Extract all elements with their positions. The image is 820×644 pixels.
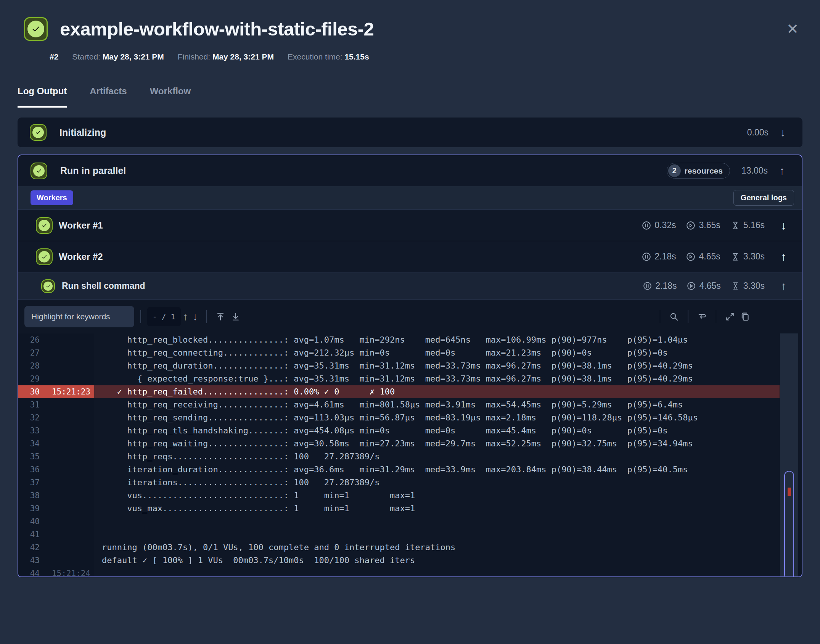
log-lines: 26 http_req_blocked...............: avg=… [18, 333, 802, 576]
run-number: #2 [50, 52, 58, 61]
line-number: 36 [24, 465, 40, 474]
scroll-to-bottom-button[interactable] [228, 309, 243, 324]
word-wrap-button[interactable] [695, 309, 710, 324]
tab-label: Workflow [150, 86, 191, 96]
log-gutter: 27 [18, 346, 94, 359]
log-line: 44 15:21:24 [18, 567, 780, 576]
log-text: http_req_waiting...............: avg=30.… [94, 437, 780, 450]
keyword-filter[interactable] [24, 306, 134, 327]
worker-row[interactable]: Worker #1 0.32s 3.65s [18, 210, 802, 241]
general-logs-button[interactable]: General logs [733, 190, 794, 206]
resources-badge[interactable]: 2 resources [667, 163, 730, 179]
copy-logs-button[interactable] [738, 309, 753, 324]
log-text: http_reqs......................: 100 27.… [94, 450, 780, 463]
log-line: 43 default ✓ [ 100% ] 1 VUs 00m03.7s/10m… [18, 554, 780, 567]
collapse-arrow-icon[interactable]: ↑ [781, 280, 786, 292]
log-gutter: 34 [18, 437, 94, 450]
expand-fullscreen-button[interactable] [722, 309, 738, 324]
collapse-arrow-icon[interactable]: ↑ [779, 165, 785, 177]
log-line: 41 [18, 528, 780, 541]
log-gutter: 43 [18, 554, 94, 567]
line-number: 31 [24, 400, 40, 409]
section-duration: 13.00s [741, 166, 768, 176]
keyword-filter-input[interactable] [31, 312, 135, 321]
line-number: 29 [24, 374, 40, 383]
log-gutter: 41 [18, 528, 94, 541]
expand-arrow-icon[interactable]: ↓ [781, 220, 786, 231]
log-scrollbar-track[interactable] [780, 333, 798, 576]
running-time: 4.65s [687, 281, 720, 291]
line-number: 35 [24, 452, 40, 461]
log-viewer: - / 1 ↑ ↓ [18, 300, 802, 576]
log-scrollbar-thumb[interactable] [784, 471, 794, 577]
log-text: vus............................: 1 min=1… [94, 489, 780, 502]
workers-bar: Workers General logs [18, 186, 802, 210]
running-time: 4.65s [686, 251, 720, 262]
section-run-in-parallel: Run in parallel 2 resources 13.00s ↑ Wor… [18, 155, 802, 577]
log-gutter: 36 [18, 463, 94, 476]
log-gutter: 33 [18, 424, 94, 437]
line-number: 37 [24, 478, 40, 487]
toolbar-divider [716, 310, 717, 323]
tab-bar: Log Output Artifacts Workflow [18, 86, 820, 108]
run-in-parallel-header: Run in parallel 2 resources 13.00s ↑ [18, 155, 802, 186]
worker-name: Worker #1 [59, 220, 103, 231]
log-line: 38 vus............................: 1 mi… [18, 489, 780, 502]
log-gutter: 44 15:21:24 [18, 567, 94, 576]
execution-time: Execution time: 15.15s [288, 52, 369, 61]
log-line: 37 iterations.....................: 100 … [18, 476, 780, 489]
next-match-button[interactable]: ↓ [190, 309, 200, 325]
header: example-workflow-with-static-files-2 ✕ [0, 0, 820, 41]
tab-label: Artifacts [90, 86, 127, 96]
line-number: 28 [24, 361, 40, 370]
step-label: Run shell command [62, 281, 145, 291]
step-run-shell-command[interactable]: Run shell command 2.18s 4.65s 3.30s ↑ [18, 272, 802, 300]
line-number: 43 [24, 556, 40, 565]
running-time: 3.65s [686, 220, 720, 230]
log-gutter: 31 [18, 398, 94, 411]
paused-time: 0.32s [642, 220, 676, 230]
tab[interactable]: Artifacts [90, 86, 127, 108]
log-gutter: 30 15:21:23 [18, 385, 94, 398]
log-gutter: 39 [18, 502, 94, 515]
toolbar-divider [688, 310, 688, 323]
total-time: 3.30s [731, 281, 765, 291]
expand-arrow-icon[interactable]: ↑ [781, 251, 786, 262]
prev-match-button[interactable]: ↑ [181, 309, 191, 325]
log-gutter: 35 [18, 450, 94, 463]
section-duration: 0.00s [747, 127, 769, 138]
pause-circle-icon [642, 252, 651, 262]
log-line: 33 http_req_tls_handshaking.......: avg=… [18, 424, 780, 437]
log-line: 39 vus_max........................: 1 mi… [18, 502, 780, 515]
log-text [94, 515, 780, 528]
search-button[interactable] [666, 309, 682, 324]
play-circle-icon [687, 281, 696, 291]
expand-arrow-icon[interactable]: ↓ [780, 127, 786, 138]
success-check-icon [36, 217, 53, 234]
line-timestamp: 15:21:23 [40, 387, 90, 396]
total-time: 3.30s [730, 251, 765, 262]
line-number: 39 [24, 504, 40, 513]
worker-row[interactable]: Worker #2 2.18s 4.65s [18, 241, 802, 272]
worker-name: Worker #2 [59, 251, 103, 262]
section-label: Run in parallel [60, 165, 126, 176]
toolbar-divider [206, 310, 207, 323]
log-line: 29 { expected_response:true }...: avg=35… [18, 372, 780, 385]
line-number: 44 [24, 569, 40, 576]
toolbar-divider [140, 310, 141, 323]
hourglass-icon [730, 252, 740, 262]
log-text: http_req_sending...............: avg=113… [94, 411, 780, 424]
tab[interactable]: Log Output [18, 86, 67, 108]
log-line: 34 http_req_waiting...............: avg=… [18, 437, 780, 450]
log-text: http_req_receiving.............: avg=4.6… [94, 398, 780, 411]
log-line: 35 http_reqs......................: 100 … [18, 450, 780, 463]
close-icon[interactable]: ✕ [783, 20, 802, 38]
success-check-icon [41, 279, 55, 293]
play-circle-icon [686, 252, 696, 262]
workers-tab[interactable]: Workers [31, 190, 73, 205]
log-gutter: 37 [18, 476, 94, 489]
log-gutter: 26 [18, 333, 94, 346]
scroll-to-top-button[interactable] [213, 309, 228, 324]
resources-count: 2 [668, 164, 681, 177]
tab[interactable]: Workflow [150, 86, 191, 108]
